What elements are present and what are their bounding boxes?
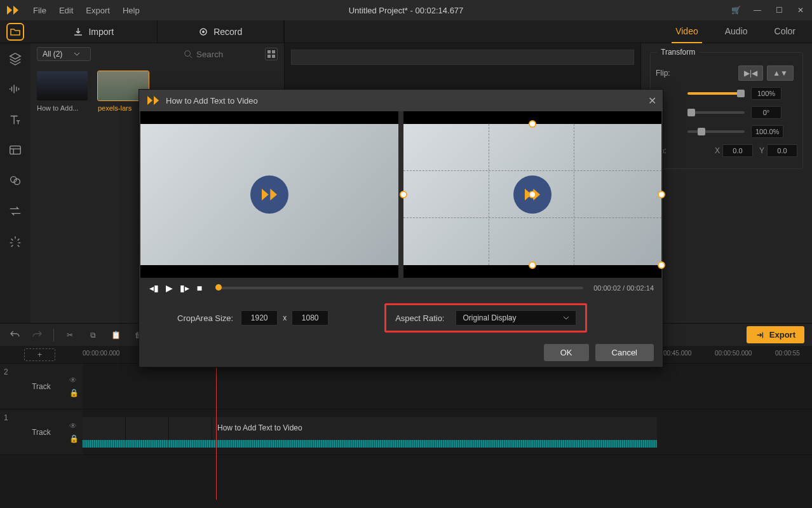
text-icon[interactable] xyxy=(6,111,24,128)
stop-icon[interactable]: ■ xyxy=(194,283,205,293)
crop-handle-e[interactable] xyxy=(658,191,665,198)
tab-video[interactable]: Video xyxy=(672,20,702,43)
search-icon xyxy=(184,50,193,58)
cut-icon[interactable]: ✂ xyxy=(63,328,77,342)
dialog-close-icon[interactable]: ✕ xyxy=(648,95,656,107)
toolbar-row: Import Record Video Audio Color xyxy=(0,20,812,43)
redo-icon[interactable] xyxy=(30,328,44,342)
opacity-value[interactable]: 100% xyxy=(751,87,782,100)
track-2-label: Track xyxy=(32,382,51,391)
cart-icon[interactable]: 🛒 xyxy=(729,6,742,15)
prev-frame-icon[interactable]: ◂▮ xyxy=(148,283,159,293)
cancel-button[interactable]: Cancel xyxy=(595,344,654,361)
track-2-visibility-icon[interactable]: 👁 xyxy=(69,376,79,385)
play-icon[interactable]: ▶ xyxy=(163,283,175,293)
record-label: Record xyxy=(213,27,242,37)
tab-audio[interactable]: Audio xyxy=(721,20,752,43)
crop-handle-s[interactable] xyxy=(529,261,536,269)
timeline-clip[interactable] xyxy=(169,417,212,448)
minimize-icon[interactable]: — xyxy=(751,6,764,15)
media-thumb-0[interactable]: How to Add... xyxy=(37,71,88,112)
x-label: X xyxy=(715,146,720,155)
rotate-slider[interactable] xyxy=(687,111,745,114)
record-button[interactable]: Record xyxy=(158,20,285,43)
undo-icon[interactable] xyxy=(8,328,22,342)
effects-icon[interactable] xyxy=(6,233,24,251)
x-value[interactable]: 0.0 xyxy=(722,144,753,157)
media-search xyxy=(184,50,260,59)
opacity-slider[interactable] xyxy=(687,92,745,95)
overlay-icon[interactable] xyxy=(6,141,24,159)
copy-icon[interactable]: ⧉ xyxy=(86,328,100,342)
y-label: Y xyxy=(759,146,764,155)
track-2-lock-icon[interactable]: 🔒 xyxy=(69,388,79,397)
preview-crop[interactable] xyxy=(403,111,661,278)
export-button[interactable]: Export xyxy=(747,326,804,343)
rotate-value[interactable]: 0° xyxy=(751,106,782,119)
playhead[interactable] xyxy=(216,347,217,500)
svg-point-1 xyxy=(202,31,205,33)
add-track-button[interactable]: + xyxy=(24,348,55,361)
crop-handle-w[interactable] xyxy=(400,191,407,198)
crop-height-input[interactable] xyxy=(292,310,328,326)
timeline-clip-main[interactable]: How to Add Text to Video xyxy=(212,417,657,448)
preview-original xyxy=(140,111,398,278)
flip-horizontal-button[interactable]: ▶|◀ xyxy=(738,65,763,81)
track-1-lock-icon[interactable]: 🔒 xyxy=(69,434,79,443)
clip-label: How to Add Text to Video xyxy=(217,423,302,432)
timeline-tracks: 2 Track 👁🔒 1 Track 👁🔒 How to Add Text to… xyxy=(0,364,812,455)
timeline-clip[interactable] xyxy=(126,417,169,448)
sidebar-top-folder[interactable] xyxy=(0,20,30,43)
properties-panel: Transform Flip: ▶|◀ ▲▼ ty: 100% e: 0° 10… xyxy=(640,43,812,323)
svg-rect-2 xyxy=(10,146,21,154)
dialog-time: 00:00:02 / 00:02:14 xyxy=(593,284,654,292)
crop-handle-se[interactable] xyxy=(658,261,665,269)
folder-icon xyxy=(6,23,24,41)
grid-view-icon[interactable] xyxy=(265,48,278,60)
svg-rect-9 xyxy=(272,55,275,58)
crop-dialog: How to Add Text to Video ✕ xyxy=(139,89,663,367)
audio-icon[interactable] xyxy=(6,80,24,98)
tab-color[interactable]: Color xyxy=(771,20,799,43)
menu-file[interactable]: File xyxy=(27,6,53,15)
svg-rect-6 xyxy=(267,50,271,53)
track-1-label: Track xyxy=(32,428,51,437)
paste-icon[interactable]: 📋 xyxy=(109,328,123,342)
close-window-icon[interactable]: ✕ xyxy=(794,6,807,15)
dialog-title: How to Add Text to Video xyxy=(166,96,258,106)
track-1-num: 1 xyxy=(4,413,8,422)
ruler-time-2: 00:00:50.000 xyxy=(715,350,752,357)
aspect-ratio-dropdown[interactable]: Original Display xyxy=(456,310,576,326)
crop-handle-n[interactable] xyxy=(529,120,536,128)
next-frame-icon[interactable]: ▮▸ xyxy=(179,283,190,293)
flip-vertical-button[interactable]: ▲▼ xyxy=(767,65,794,81)
transition-icon[interactable] xyxy=(6,202,24,220)
elements-icon[interactable] xyxy=(6,172,24,189)
import-label: Import xyxy=(88,27,114,37)
crop-size-label: CropArea Size: xyxy=(177,313,233,323)
ok-button[interactable]: OK xyxy=(544,344,589,361)
left-sidebar xyxy=(0,43,30,323)
svg-rect-8 xyxy=(267,55,271,58)
window-title: Untitled Project* - 00:02:14.677 xyxy=(349,6,464,15)
menubar: File Edit Export Help Untitled Project* … xyxy=(0,0,812,20)
layers-icon[interactable] xyxy=(6,50,24,67)
menu-edit[interactable]: Edit xyxy=(53,6,79,15)
track-1: 1 Track 👁🔒 How to Add Text to Video xyxy=(0,409,812,455)
y-value[interactable]: 0.0 xyxy=(767,144,797,157)
search-input[interactable] xyxy=(196,50,260,59)
crop-handle-center[interactable] xyxy=(529,191,536,198)
maximize-icon[interactable]: ☐ xyxy=(773,6,785,15)
crop-width-input[interactable] xyxy=(241,310,278,326)
track-1-visibility-icon[interactable]: 👁 xyxy=(69,422,79,430)
menu-help[interactable]: Help xyxy=(116,6,146,15)
media-filter-dropdown[interactable]: All (2) xyxy=(37,47,91,61)
import-button[interactable]: Import xyxy=(30,20,158,43)
svg-rect-7 xyxy=(272,50,275,53)
timeline-clip[interactable] xyxy=(83,417,126,448)
seek-bar[interactable] xyxy=(215,287,583,289)
scale-value[interactable]: 100.0% xyxy=(751,125,783,138)
menu-export[interactable]: Export xyxy=(79,6,116,15)
scale-slider[interactable] xyxy=(687,130,745,133)
transform-section-title: Transform xyxy=(657,48,699,57)
